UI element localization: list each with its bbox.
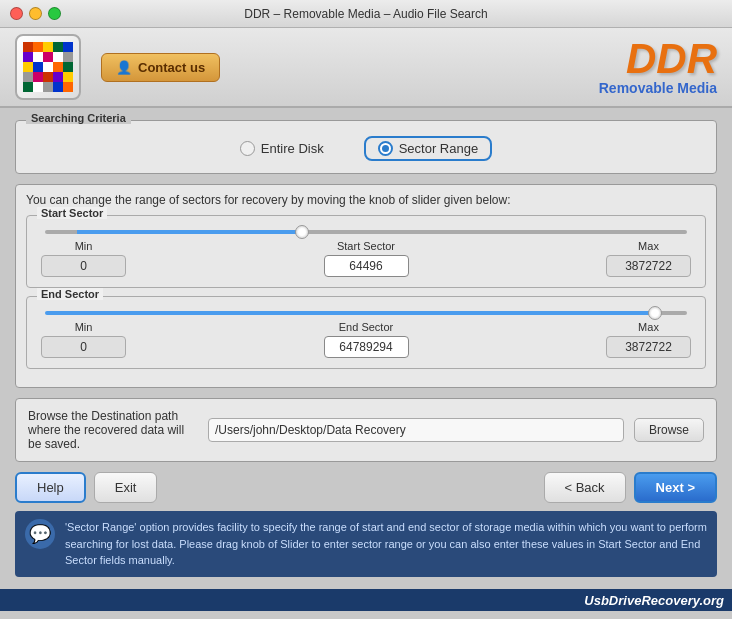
entire-disk-radio[interactable]: [240, 141, 255, 156]
exit-button[interactable]: Exit: [94, 472, 158, 503]
end-center-field: End Sector: [324, 321, 409, 358]
maximize-button[interactable]: [48, 7, 61, 20]
back-button[interactable]: < Back: [544, 472, 626, 503]
info-panel: 💬 'Sector Range' option provides facilit…: [15, 511, 717, 577]
end-max-field: Max: [606, 321, 691, 358]
destination-path[interactable]: /Users/john/Desktop/Data Recovery: [208, 418, 624, 442]
help-button[interactable]: Help: [15, 472, 86, 503]
contact-button[interactable]: 👤 Contact us: [101, 53, 220, 82]
brand-name: DDR: [599, 38, 717, 80]
end-fields-row: Min End Sector Max: [37, 321, 695, 358]
end-sector-group: End Sector Min End Sector Max: [26, 296, 706, 369]
app-logo: [15, 34, 81, 100]
next-button[interactable]: Next >: [634, 472, 717, 503]
criteria-options: Entire Disk Sector Range: [36, 136, 696, 161]
watermark-bar: UsbDriveRecovery.org: [0, 589, 732, 611]
sector-info-text: You can change the range of sectors for …: [26, 193, 706, 207]
criteria-group-title: Searching Criteria: [26, 112, 131, 124]
start-slider-track[interactable]: [45, 230, 687, 234]
start-slider-row: [37, 230, 695, 234]
sector-range-option[interactable]: Sector Range: [364, 136, 493, 161]
entire-disk-option[interactable]: Entire Disk: [240, 141, 324, 156]
end-sector-input[interactable]: [324, 336, 409, 358]
end-min-field: Min: [41, 321, 126, 358]
brand-subtitle: Removable Media: [599, 80, 717, 96]
start-slider-thumb[interactable]: [295, 225, 309, 239]
titlebar: DDR – Removable Media – Audio File Searc…: [0, 0, 732, 28]
brand: DDR Removable Media: [599, 38, 717, 96]
searching-criteria-group: Searching Criteria Entire Disk Sector Ra…: [15, 120, 717, 174]
start-max-field: Max: [606, 240, 691, 277]
end-slider-track[interactable]: [45, 311, 687, 315]
start-sector-group-title: Start Sector: [37, 207, 107, 219]
window-title: DDR – Removable Media – Audio File Searc…: [244, 7, 487, 21]
end-slider-row: [37, 311, 695, 315]
start-sector-input[interactable]: [324, 255, 409, 277]
header: 👤 Contact us DDR Removable Media: [0, 28, 732, 108]
minimize-button[interactable]: [29, 7, 42, 20]
destination-row: Browse the Destination path where the re…: [15, 398, 717, 462]
start-fields-row: Min Start Sector Max: [37, 240, 695, 277]
watermark-text: UsbDriveRecovery.org: [584, 593, 724, 608]
info-icon: 💬: [25, 519, 55, 549]
end-max-input[interactable]: [606, 336, 691, 358]
window-controls: [10, 7, 61, 20]
sector-range-group: You can change the range of sectors for …: [15, 184, 717, 388]
right-buttons: < Back Next >: [544, 472, 718, 503]
sector-range-radio[interactable]: [378, 141, 393, 156]
end-min-input[interactable]: [41, 336, 126, 358]
destination-label: Browse the Destination path where the re…: [28, 409, 198, 451]
left-buttons: Help Exit: [15, 472, 157, 503]
start-sector-group: Start Sector Min Start Sector Max: [26, 215, 706, 288]
end-sector-group-title: End Sector: [37, 288, 103, 300]
start-min-input[interactable]: [41, 255, 126, 277]
start-center-field: Start Sector: [324, 240, 409, 277]
close-button[interactable]: [10, 7, 23, 20]
start-max-input[interactable]: [606, 255, 691, 277]
button-row: Help Exit < Back Next >: [15, 472, 717, 503]
browse-button[interactable]: Browse: [634, 418, 704, 442]
end-slider-thumb[interactable]: [648, 306, 662, 320]
start-min-field: Min: [41, 240, 126, 277]
info-panel-text: 'Sector Range' option provides facility …: [65, 519, 707, 569]
person-icon: 👤: [116, 60, 132, 75]
main-content: Searching Criteria Entire Disk Sector Ra…: [0, 108, 732, 589]
